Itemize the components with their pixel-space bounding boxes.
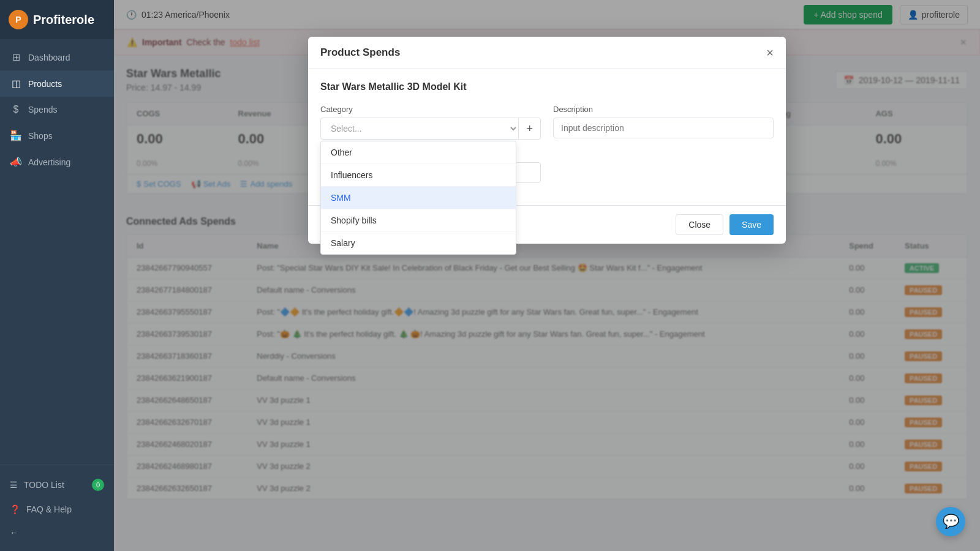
sidebar-item-spends[interactable]: $ Spends: [0, 97, 114, 122]
sidebar-item-label: Shops: [28, 131, 53, 141]
todo-icon: ☰: [10, 480, 18, 490]
modal-header: Product Spends ×: [308, 37, 786, 69]
modal-category-label: Category: [320, 105, 541, 114]
advertising-icon: 📣: [10, 156, 22, 168]
close-modal-button[interactable]: Close: [676, 214, 723, 235]
spends-icon: $: [10, 104, 22, 115]
modal-product-name: Star Wars Metallic 3D Model Kit: [320, 81, 774, 92]
dropdown-item-other[interactable]: Other: [321, 141, 516, 164]
dashboard-icon: ⊞: [10, 51, 22, 63]
collapse-icon: ←: [10, 528, 18, 538]
sidebar-collapse-button[interactable]: ←: [0, 522, 114, 544]
sidebar-item-label: Spends: [28, 105, 57, 114]
logo-text: Profiterole: [33, 13, 94, 27]
sidebar-item-label: Products: [28, 79, 62, 89]
logo-icon: P: [9, 10, 28, 29]
product-spends-modal: Product Spends × Star Wars Metallic 3D M…: [308, 37, 786, 244]
modal-description-label: Description: [553, 105, 774, 114]
modal-category-col: Category Select... + OtherInfluencersSMM…: [320, 105, 541, 140]
modal-description-col: Description: [553, 105, 774, 140]
modal-close-button[interactable]: ×: [766, 47, 774, 59]
sidebar-logo[interactable]: P Profiterole: [0, 0, 114, 39]
faq-label: FAQ & Help: [26, 504, 72, 514]
modal-overlay[interactable]: Product Spends × Star Wars Metallic 3D M…: [114, 0, 980, 551]
modal-title: Product Spends: [320, 47, 400, 59]
dropdown-item-salary[interactable]: Salary: [321, 232, 516, 254]
modal-body: Star Wars Metallic 3D Model Kit Category…: [308, 69, 786, 205]
category-select[interactable]: Select...: [320, 118, 519, 140]
products-icon: ◫: [10, 78, 22, 89]
sidebar-item-dashboard[interactable]: ⊞ Dashboard: [0, 44, 114, 70]
modal-category-row: Category Select... + OtherInfluencersSMM…: [320, 105, 774, 140]
dropdown-item-shopify-bills[interactable]: Shopify bills: [321, 209, 516, 232]
sidebar: P Profiterole ⊞ Dashboard ◫ Products $ S…: [0, 0, 114, 551]
sidebar-item-products[interactable]: ◫ Products: [0, 70, 114, 97]
main-area: 🕐 01:23 America/Phoenix + Add shop spend…: [114, 0, 980, 551]
dropdown-item-smm[interactable]: SMM: [321, 187, 516, 209]
sidebar-nav: ⊞ Dashboard ◫ Products $ Spends 🏪 Shops …: [0, 39, 114, 465]
sidebar-bottom: ☰ TODO List 0 ❓ FAQ & Help ←: [0, 465, 114, 551]
sidebar-item-faq[interactable]: ❓ FAQ & Help: [0, 497, 114, 522]
todo-badge: 0: [92, 479, 104, 491]
sidebar-item-label: Advertising: [28, 157, 70, 167]
save-modal-button[interactable]: Save: [729, 214, 774, 235]
dropdown-item-influencers[interactable]: Influencers: [321, 164, 516, 187]
spacer: [553, 149, 774, 183]
shops-icon: 🏪: [10, 130, 22, 141]
description-input[interactable]: [553, 118, 774, 138]
sidebar-item-label: Dashboard: [28, 53, 70, 62]
chat-button[interactable]: 💬: [936, 507, 965, 536]
faq-icon: ❓: [10, 504, 20, 514]
add-category-button[interactable]: +: [519, 118, 541, 140]
category-dropdown: OtherInfluencersSMMShopify billsSalary: [320, 141, 516, 255]
modal-select-wrapper: Select... + OtherInfluencersSMMShopify b…: [320, 118, 541, 140]
todo-label: TODO List: [24, 480, 64, 490]
sidebar-item-advertising[interactable]: 📣 Advertising: [0, 149, 114, 175]
sidebar-item-todo[interactable]: ☰ TODO List 0: [0, 473, 114, 497]
sidebar-item-shops[interactable]: 🏪 Shops: [0, 122, 114, 149]
